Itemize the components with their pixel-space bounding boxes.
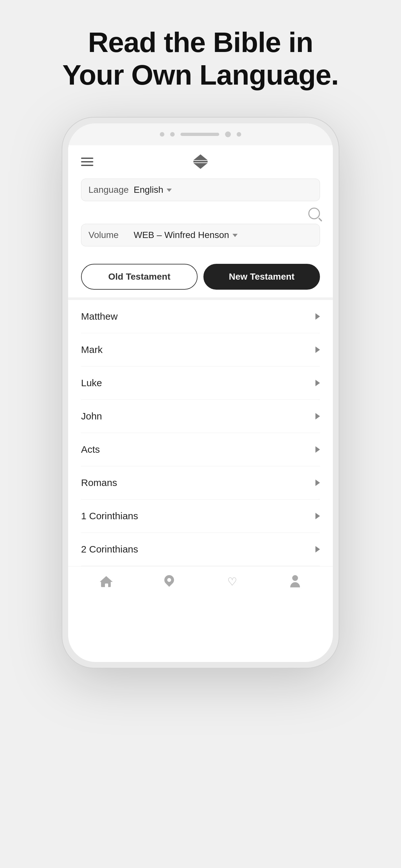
filters-area: Language English: [68, 175, 333, 246]
book-item[interactable]: Acts: [81, 433, 320, 466]
book-item[interactable]: Matthew: [81, 300, 320, 333]
volume-value[interactable]: WEB – Winfred Henson: [134, 230, 238, 240]
person-head: [292, 575, 298, 581]
spacer: [68, 251, 333, 257]
book-item[interactable]: Luke: [81, 367, 320, 400]
camera-dot-right: [237, 132, 241, 136]
phone-frame: Language English: [62, 117, 339, 669]
chevron-right-icon: [315, 479, 320, 486]
language-filter-row[interactable]: Language English: [81, 179, 320, 201]
nav-favorites[interactable]: ♡: [222, 574, 242, 590]
logo-triangle-down: [193, 163, 208, 169]
book-item[interactable]: Romans: [81, 466, 320, 500]
language-value[interactable]: English: [134, 185, 172, 195]
phone-mockup: Language English: [62, 117, 339, 669]
book-item[interactable]: John: [81, 400, 320, 433]
chevron-right-icon: [315, 513, 320, 519]
nav-home[interactable]: [96, 574, 116, 590]
volume-filter-row[interactable]: Volume WEB – Winfred Henson: [81, 224, 320, 246]
main-headline: Read the Bible in Your Own Language.: [36, 26, 365, 91]
book-name: Luke: [81, 377, 102, 389]
camera-dot-front: [225, 131, 231, 137]
book-name: John: [81, 411, 102, 422]
chevron-right-icon: [315, 546, 320, 553]
book-name: Matthew: [81, 311, 118, 322]
chevron-right-icon: [315, 446, 320, 453]
location-pin-icon: [164, 575, 174, 588]
hamburger-button[interactable]: [81, 158, 93, 166]
home-body: [101, 581, 111, 587]
book-name: Romans: [81, 477, 117, 488]
book-name: 2 Corinthians: [81, 544, 138, 555]
old-testament-tab[interactable]: Old Testament: [81, 264, 197, 290]
hamburger-line-2: [81, 161, 93, 162]
search-row: [81, 206, 320, 224]
divider: [68, 298, 333, 300]
logo-triangle-up: [193, 154, 208, 160]
testament-tabs: Old Testament New Testament: [68, 257, 333, 298]
pin-head: [162, 573, 176, 587]
nav-profile[interactable]: [285, 574, 305, 590]
home-icon: [100, 576, 112, 587]
person-body: [290, 582, 300, 587]
language-dropdown-arrow: [166, 189, 172, 192]
book-name: Mark: [81, 344, 103, 355]
search-icon[interactable]: [308, 208, 320, 219]
chevron-right-icon: [315, 413, 320, 420]
book-item[interactable]: 2 Corinthians: [81, 533, 320, 566]
app-header: [68, 145, 333, 175]
volume-label: Volume: [89, 230, 134, 240]
phone-screen: Language English: [68, 123, 333, 662]
nav-location[interactable]: [159, 574, 179, 590]
book-item[interactable]: Mark: [81, 333, 320, 367]
language-label: Language: [89, 185, 134, 195]
app-logo: [193, 154, 208, 169]
pin-dot: [166, 578, 172, 583]
person-icon: [289, 575, 301, 588]
volume-dropdown-arrow: [233, 234, 238, 237]
chevron-right-icon: [315, 380, 320, 386]
books-list: Matthew Mark Luke John: [68, 300, 333, 566]
camera-dot-2: [170, 132, 175, 136]
app-screen: Language English: [68, 145, 333, 662]
heart-icon: ♡: [227, 576, 237, 587]
book-name: Acts: [81, 444, 100, 455]
speaker-bar: [181, 133, 219, 136]
hamburger-line-1: [81, 158, 93, 159]
new-testament-tab[interactable]: New Testament: [204, 264, 320, 290]
search-handle: [318, 217, 322, 221]
search-circle: [308, 208, 320, 219]
chevron-right-icon: [315, 313, 320, 320]
logo-bar: [193, 161, 208, 162]
home-door: [105, 584, 108, 587]
book-name: 1 Corinthians: [81, 510, 138, 522]
book-item[interactable]: 1 Corinthians: [81, 500, 320, 533]
hamburger-line-3: [81, 165, 93, 166]
bottom-nav: ♡: [68, 566, 333, 599]
chevron-right-icon: [315, 346, 320, 353]
phone-top-bar: [68, 123, 333, 145]
camera-dot-left: [160, 132, 164, 136]
